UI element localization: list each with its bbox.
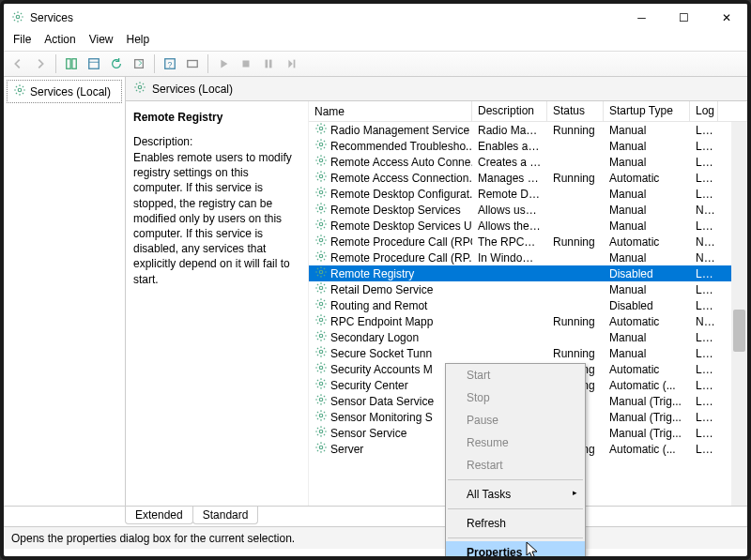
cell-desc: Allows the r... [472, 219, 547, 233]
cell-desc: Enables aut... [472, 140, 547, 153]
cell-name: Remote Access Auto Conne... [330, 156, 472, 169]
cell-logon: Loca [690, 219, 718, 233]
cell-logon: Loca [690, 267, 718, 280]
cell-name: Sensor Service [330, 427, 406, 440]
cell-name: Remote Registry [330, 267, 414, 280]
ctx-pause[interactable]: Pause [446, 409, 585, 431]
stop-service-button[interactable] [236, 53, 256, 74]
cell-startup: Manual [604, 347, 690, 360]
gear-icon [314, 122, 328, 138]
svg-point-15 [319, 143, 323, 146]
table-row[interactable]: Radio Management ServiceRadio Mana...Run… [309, 122, 747, 138]
menu-file[interactable]: File [13, 33, 31, 46]
table-row[interactable]: Secondary LogonManualLoca [309, 329, 747, 345]
start-service-button[interactable] [213, 53, 234, 74]
cell-startup: Automatic [604, 363, 690, 376]
back-button[interactable] [8, 53, 28, 74]
cell-desc: Creates a co... [472, 156, 547, 169]
table-row[interactable]: Retail Demo ServiceManualLoca [309, 281, 747, 297]
table-row[interactable]: Remote Desktop ServicesAllows user...Man… [309, 202, 747, 218]
table-row[interactable]: Remote Desktop Configurat...Remote Des..… [309, 186, 747, 202]
forward-button[interactable] [30, 53, 51, 74]
svg-point-13 [138, 85, 142, 89]
cell-startup: Manual [604, 124, 690, 137]
table-row[interactable]: Remote Access Auto Conne...Creates a co.… [309, 154, 747, 170]
statusbar-text: Opens the properties dialog box for the … [11, 532, 295, 545]
gear-icon [314, 441, 328, 457]
svg-point-16 [319, 159, 323, 162]
cell-desc: Remote Des... [472, 188, 547, 201]
restart-service-button[interactable] [281, 53, 301, 74]
table-row[interactable]: Recommended Troublesho...Enables aut...M… [309, 138, 747, 154]
tab-standard[interactable]: Standard [192, 507, 259, 524]
gear-icon [314, 265, 328, 281]
ctx-resume[interactable]: Resume [446, 431, 585, 454]
cell-logon: Loca [690, 140, 718, 153]
menu-view[interactable]: View [89, 33, 114, 46]
ctx-start[interactable]: Start [446, 364, 585, 386]
table-row[interactable]: Remote RegistryDisabledLoca [309, 265, 747, 281]
table-row[interactable]: Secure Socket TunnRunningManualLoca [309, 345, 747, 361]
detail-desc-label: Description: [133, 135, 300, 148]
cell-startup: Manual (Trig... [604, 427, 690, 440]
pause-service-button[interactable] [258, 53, 279, 74]
close-button[interactable]: ✕ [705, 4, 747, 32]
export-button[interactable] [129, 53, 149, 74]
cell-startup: Manual [604, 140, 690, 153]
properties-button[interactable] [84, 53, 104, 74]
cell-startup: Automatic [604, 315, 690, 328]
cell-desc: In Windows... [472, 251, 547, 265]
ctx-all-tasks[interactable]: All Tasks▸ [446, 483, 585, 506]
gear-icon [314, 138, 328, 154]
svg-rect-8 [243, 61, 250, 68]
menu-action[interactable]: Action [44, 33, 75, 46]
cell-logon: Loca [690, 172, 718, 185]
table-row[interactable]: Remote Procedure Call (RPC)The RPCSS s..… [309, 234, 747, 250]
svg-point-30 [319, 382, 323, 386]
table-row[interactable]: Routing and RemotDisabledLoca [309, 297, 747, 313]
show-hide-button[interactable] [61, 53, 82, 74]
col-name[interactable]: Name [309, 101, 472, 121]
gear-icon [133, 81, 146, 97]
vertical-scrollbar[interactable] [731, 122, 747, 526]
col-description[interactable]: Description [472, 101, 547, 121]
minimize-button[interactable]: ─ [621, 4, 663, 32]
col-logon[interactable]: Log [690, 101, 718, 121]
refresh-button[interactable] [106, 53, 127, 74]
statusbar: Opens the properties dialog box for the … [4, 527, 747, 549]
ctx-restart[interactable]: Restart [446, 454, 585, 477]
col-status[interactable]: Status [547, 101, 604, 121]
cell-logon: Loca [690, 188, 718, 201]
menu-help[interactable]: Help [127, 33, 150, 46]
table-row[interactable]: Remote Procedure Call (RP...In Windows..… [309, 250, 747, 265]
svg-point-26 [319, 318, 323, 322]
sidebar-item-services-local[interactable]: Services (Local) [7, 80, 122, 103]
ctx-refresh[interactable]: Refresh [446, 512, 585, 535]
table-row[interactable]: Remote Access Connection...Manages di...… [309, 170, 747, 186]
gear-icon [314, 250, 328, 265]
ctx-properties[interactable]: Properties [446, 541, 585, 560]
menubar: File Action View Help [4, 32, 747, 51]
cell-startup: Manual [604, 251, 690, 265]
help-button[interactable]: ? [160, 53, 180, 74]
cell-desc: Allows user... [472, 204, 547, 217]
tabs: Extended Standard [4, 506, 747, 526]
maximize-button[interactable]: ☐ [663, 4, 705, 32]
table-row[interactable]: Remote Desktop Services U...Allows the r… [309, 218, 747, 234]
cell-name: Remote Desktop Configurat... [330, 188, 472, 201]
gear-icon [314, 186, 328, 202]
cell-desc: Manages di... [472, 172, 547, 185]
table-row[interactable]: RPC Endpoint MappRunningAutomaticNetw [309, 313, 747, 329]
cell-name: Remote Desktop Services U... [330, 219, 472, 233]
gear-icon [314, 154, 328, 170]
cell-name: Security Accounts M [330, 363, 433, 376]
col-startup[interactable]: Startup Type [604, 101, 690, 121]
titlebar: Services ─ ☐ ✕ [4, 4, 747, 32]
ctx-stop[interactable]: Stop [446, 386, 585, 409]
detail-description: Enables remote users to modify registry … [133, 150, 300, 287]
cell-logon: Loca [690, 299, 718, 312]
tab-extended[interactable]: Extended [125, 507, 193, 524]
cursor-icon [526, 541, 541, 560]
gear-icon [314, 202, 328, 218]
show-action-button[interactable] [182, 53, 203, 74]
